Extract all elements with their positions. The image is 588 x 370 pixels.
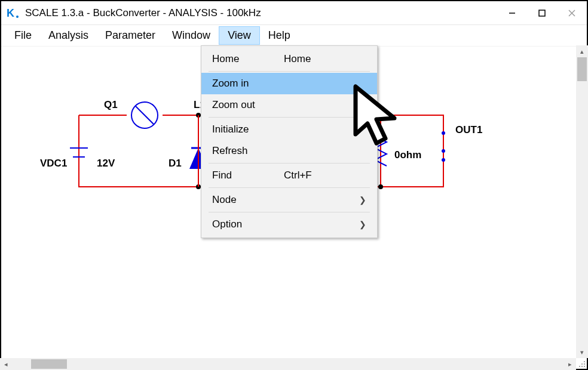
menu-separator	[209, 187, 370, 188]
svg-rect-3	[539, 10, 545, 16]
svg-text:K: K	[7, 7, 14, 19]
chevron-right-icon: ❯	[359, 195, 366, 205]
scroll-thumb[interactable]	[31, 359, 67, 369]
svg-point-26	[584, 366, 585, 367]
menu-item-label: Option	[212, 218, 284, 230]
svg-point-1	[16, 16, 19, 18]
menu-item-label: Home	[212, 53, 284, 65]
menu-item-accel: Ctrl+F	[284, 169, 366, 181]
label-q1: Q1	[104, 99, 118, 111]
menu-file[interactable]: File	[6, 27, 40, 44]
menu-separator	[209, 71, 370, 72]
svg-point-29	[584, 361, 585, 362]
app-icon: K	[6, 6, 20, 20]
menu-window[interactable]: Window	[164, 27, 219, 44]
window-title: SCALE 1.3.a - BuckConverter - ANALYSIS -…	[25, 7, 497, 19]
label-out1: OUT1	[455, 124, 482, 136]
menu-item-label: Refresh	[212, 145, 284, 157]
svg-point-21	[442, 149, 445, 153]
menu-find[interactable]: Find Ctrl+F	[201, 165, 377, 186]
menu-zoom-in[interactable]: Zoom in	[201, 73, 377, 94]
menu-parameter[interactable]: Parameter	[97, 27, 164, 44]
svg-point-20	[442, 131, 445, 135]
scroll-up-icon[interactable]: ▴	[576, 45, 588, 57]
horizontal-scrollbar[interactable]: ◂ ▸	[0, 358, 576, 370]
menu-option[interactable]: Option ❯	[201, 214, 377, 235]
label-r-value: 0ohm	[394, 149, 421, 161]
svg-point-22	[442, 158, 445, 162]
menu-item-label: Node	[212, 194, 284, 206]
svg-point-19	[378, 184, 383, 189]
maximize-button[interactable]	[527, 1, 557, 24]
menu-view[interactable]: View	[219, 26, 260, 45]
menu-item-label: Zoom in	[212, 78, 284, 90]
menu-zoom-out[interactable]: Zoom out	[201, 94, 377, 116]
vertical-scrollbar[interactable]: ▴ ▾	[576, 45, 588, 358]
menu-bar: File Analysis Parameter Window View Help	[1, 25, 587, 47]
label-d1: D1	[169, 158, 182, 169]
menu-separator	[209, 212, 370, 212]
minimize-button[interactable]	[497, 1, 527, 24]
chevron-right-icon: ❯	[359, 220, 366, 229]
label-vdc1: VDC1	[40, 158, 67, 169]
svg-point-28	[584, 363, 585, 365]
scroll-down-icon[interactable]: ▾	[576, 346, 588, 358]
view-dropdown: Home Home Zoom in Zoom out Initialize Re…	[201, 45, 378, 238]
scroll-right-icon[interactable]: ▸	[564, 358, 576, 370]
menu-refresh[interactable]: Refresh	[201, 140, 377, 162]
menu-analysis[interactable]: Analysis	[40, 27, 97, 44]
svg-point-27	[581, 363, 583, 365]
menu-separator	[209, 163, 370, 164]
close-button[interactable]	[557, 1, 587, 24]
menu-initialize[interactable]: Initialize	[201, 119, 377, 140]
svg-point-18	[378, 113, 383, 118]
menu-item-label: Find	[212, 169, 284, 181]
scroll-thumb[interactable]	[577, 57, 587, 81]
resize-grip-icon[interactable]	[577, 359, 587, 369]
menu-item-accel: Home	[284, 53, 366, 65]
title-bar: K SCALE 1.3.a - BuckConverter - ANALYSIS…	[1, 1, 587, 25]
menu-node[interactable]: Node ❯	[201, 189, 377, 211]
svg-point-24	[579, 366, 580, 367]
menu-separator	[209, 117, 370, 118]
menu-help[interactable]: Help	[260, 27, 299, 44]
scroll-left-icon[interactable]: ◂	[0, 358, 12, 370]
menu-item-label: Initialize	[212, 124, 284, 135]
menu-item-label: Zoom out	[212, 99, 284, 111]
window-controls	[497, 1, 587, 24]
svg-point-25	[581, 366, 583, 367]
label-vdc1-value: 12V	[97, 158, 115, 169]
svg-line-9	[136, 106, 154, 124]
menu-home[interactable]: Home Home	[201, 48, 377, 70]
